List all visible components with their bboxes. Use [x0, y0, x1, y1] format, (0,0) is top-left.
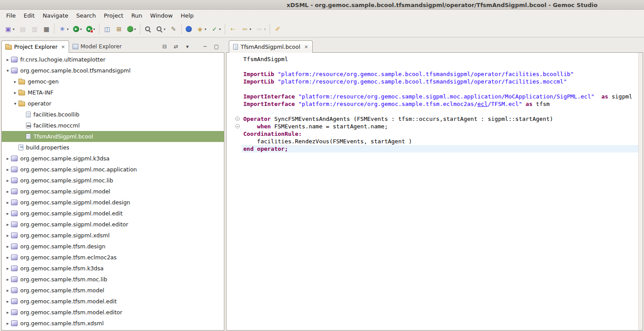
gemoc-engine-button[interactable]: ◈▾: [194, 24, 208, 34]
tree-item[interactable]: ▸org.gemoc.sample.sigpml.moc.lib: [2, 175, 224, 186]
tree-item[interactable]: ▸org.gemoc.sample.tfsm.moc.lib: [2, 274, 224, 285]
code-line[interactable]: ImportLib "platform:/resource/org.gemoc.…: [243, 78, 638, 85]
code-line[interactable]: end operator;: [243, 145, 638, 153]
expander-icon[interactable]: ▾: [12, 101, 18, 106]
menu-project[interactable]: Project: [100, 11, 127, 20]
code-line[interactable]: [243, 85, 638, 93]
code-line[interactable]: TfsmAndSigpml: [243, 55, 638, 63]
menu-help[interactable]: Help: [177, 11, 198, 20]
new-modeling-project-button[interactable]: ◫: [102, 24, 113, 34]
expander-icon[interactable]: ▸: [4, 266, 11, 271]
expander-icon[interactable]: ▸: [4, 310, 11, 315]
tree-item[interactable]: ▸org.gemoc.sample.tfsm.model: [2, 285, 224, 296]
expander-icon[interactable]: ▸: [4, 156, 11, 161]
expander-icon[interactable]: ▸: [4, 255, 11, 260]
editor-scrollbar[interactable]: [638, 53, 643, 330]
expander-icon[interactable]: ▸: [12, 90, 18, 95]
tree-item[interactable]: ▾operator: [2, 98, 224, 109]
tree-item[interactable]: ▸org.gemoc.sample.tfsm.k3dsa: [2, 263, 224, 274]
validate-button[interactable]: ✓▾: [209, 24, 223, 34]
tab-model-explorer[interactable]: Model Explorer: [69, 40, 125, 52]
last-edit-location-button[interactable]: ⇠: [227, 24, 238, 34]
expander-icon[interactable]: ▸: [4, 299, 11, 304]
maximize-icon[interactable]: ▢: [213, 44, 220, 50]
code-area[interactable]: TfsmAndSigpmlImportLib "platform:/resour…: [242, 53, 638, 330]
expander-icon[interactable]: ▸: [4, 200, 11, 205]
run-external-tools-button-dropdown-icon[interactable]: ▾: [93, 27, 95, 31]
tree-item[interactable]: TfsmAndSigpml.bcool: [2, 131, 224, 142]
code-line[interactable]: ImportInterface "platform:/resource/org.…: [243, 93, 638, 100]
open-type-button[interactable]: [143, 24, 153, 34]
expander-icon[interactable]: ▸: [4, 244, 11, 249]
expander-icon[interactable]: ▸: [4, 233, 11, 238]
new-wizard-button-dropdown-icon[interactable]: ▾: [13, 27, 15, 31]
tree-item[interactable]: ▸org.gemoc.sample.sigpml.xdsml: [2, 230, 224, 241]
gemoc-engine-button-dropdown-icon[interactable]: ▾: [205, 27, 206, 31]
print-button[interactable]: ▦: [41, 24, 52, 34]
tree-item[interactable]: ▸org.gemoc.sample.tfsm.design: [2, 241, 224, 252]
menu-navigate[interactable]: Navigate: [39, 11, 72, 20]
expander-icon[interactable]: ▸: [4, 57, 11, 62]
tree-item[interactable]: facilities.bcoollib: [2, 109, 224, 120]
code-line[interactable]: [243, 108, 638, 115]
tree-item[interactable]: ▸org.gemoc.sample.sigpml.model.design: [2, 197, 224, 208]
run-external-tools-button[interactable]: ▶▾: [84, 25, 97, 33]
tree-item[interactable]: ▸org.gemoc.sample.tfsm.model.editor: [2, 307, 224, 318]
tree-item[interactable]: ▸META-INF: [2, 87, 224, 98]
search-button[interactable]: ▾: [154, 24, 167, 34]
expander-icon[interactable]: ▸: [4, 288, 11, 293]
tree-item[interactable]: ▸fr.cnrs.luchogie.ultimateplotter: [2, 54, 224, 65]
menu-window[interactable]: Window: [146, 11, 176, 20]
expander-icon[interactable]: ▸: [4, 211, 11, 216]
open-element-button[interactable]: ✎: [168, 24, 179, 34]
tree-item[interactable]: ▸org.gemoc.sample.sigpml.model.editor: [2, 219, 224, 230]
tree-item[interactable]: ▸org.gemoc.sample.tfsm.xdsml: [2, 318, 224, 329]
expander-icon[interactable]: ▸: [4, 321, 11, 326]
format-wand-button[interactable]: ✐: [272, 24, 283, 34]
tree-item[interactable]: ▸org.gemoc.sample.tfsm.model.edit: [2, 296, 224, 307]
new-class-button[interactable]: ▾: [125, 25, 138, 33]
tree-item[interactable]: ▸org.gemoc.sample.sigpml.model.edit: [2, 208, 224, 219]
tree-item[interactable]: ▸gemoc-gen: [2, 76, 224, 87]
code-line[interactable]: ImportInterface "platform:/resource/org.…: [243, 100, 638, 108]
view-menu-icon[interactable]: ▾: [184, 44, 191, 50]
expander-icon[interactable]: ▸: [12, 79, 18, 84]
tree-item[interactable]: facilities.moccml: [2, 120, 224, 131]
new-class-button-dropdown-icon[interactable]: ▾: [134, 27, 136, 31]
run-button[interactable]: ▶▾: [71, 25, 84, 33]
tree-item[interactable]: ▸org.gemoc.sample.tfsm.eclmoc2as: [2, 252, 224, 263]
debug-button-dropdown-icon[interactable]: ▾: [67, 27, 69, 31]
expander-icon[interactable]: ▸: [4, 178, 11, 183]
menu-run[interactable]: Run: [127, 11, 146, 20]
web-browser-button[interactable]: [184, 25, 194, 33]
collapse-all-icon[interactable]: ⊟: [161, 44, 168, 50]
back-button-dropdown-icon[interactable]: ▾: [249, 27, 251, 31]
link-with-editor-icon[interactable]: ⇄: [172, 44, 179, 50]
close-icon[interactable]: ×: [304, 44, 308, 50]
menu-search[interactable]: Search: [72, 11, 100, 20]
code-line[interactable]: [243, 63, 638, 70]
menu-edit[interactable]: Edit: [20, 11, 39, 20]
tab-project-explorer[interactable]: Project Explorer×: [1, 40, 69, 53]
code-line[interactable]: ImportLib "platform:/resource/org.gemoc.…: [243, 70, 638, 78]
forward-button-dropdown-icon[interactable]: ▾: [264, 27, 266, 31]
validate-button-dropdown-icon[interactable]: ▾: [219, 27, 221, 31]
editor-tab[interactable]: TfsmAndSigpml.bcool×: [229, 40, 313, 53]
debug-button[interactable]: ✳▾: [57, 24, 70, 34]
search-button-dropdown-icon[interactable]: ▾: [164, 27, 165, 31]
expander-icon[interactable]: ▸: [4, 222, 11, 227]
run-button-dropdown-icon[interactable]: ▾: [80, 27, 82, 31]
code-line[interactable]: CoordinationRule:: [243, 130, 638, 138]
fold-collapse-icon[interactable]: [235, 124, 240, 128]
tree-item[interactable]: build.properties: [2, 142, 224, 153]
tree-item[interactable]: ▸org.gemoc.sample.sigpml.k3dsa: [2, 153, 224, 164]
expander-icon[interactable]: ▸: [4, 277, 11, 282]
minimize-icon[interactable]: ─: [201, 44, 209, 50]
expander-icon[interactable]: ▸: [4, 167, 11, 172]
new-wizard-button[interactable]: ▣▾: [3, 24, 16, 34]
fold-collapse-icon[interactable]: [235, 116, 240, 121]
tree-item[interactable]: ▾org.gemoc.sample.bcool.tfsmandsigpml: [2, 65, 224, 76]
tree-item[interactable]: ▸org.gemoc.sample.sigpml.moc.application: [2, 164, 224, 175]
code-line[interactable]: Operator SyncFSMEventsAndAgents (FSMEven…: [243, 115, 638, 123]
code-line[interactable]: facilities.RendezVous(FSMEvents, startAg…: [243, 138, 638, 145]
